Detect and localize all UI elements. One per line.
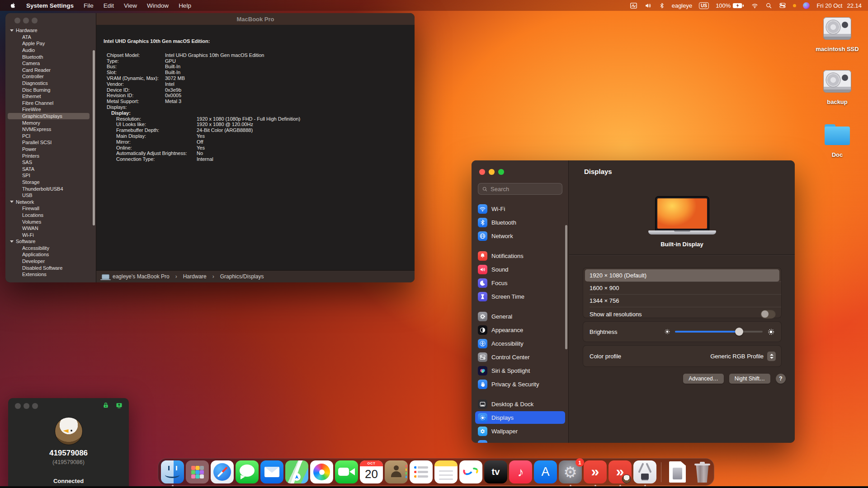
settings-sidebar-item[interactable]: General bbox=[472, 310, 569, 323]
settings-sidebar-item[interactable]: Screen Time bbox=[472, 290, 569, 303]
tree-item[interactable]: Ethernet bbox=[5, 93, 96, 100]
breadcrumb-graphics-displays[interactable]: Graphics/Displays bbox=[220, 273, 264, 280]
apple-logo-icon[interactable] bbox=[10, 2, 16, 9]
settings-sidebar-item[interactable]: Sound bbox=[472, 263, 569, 276]
settings-sidebar-item[interactable]: Appearance bbox=[472, 323, 569, 337]
dock-system-settings-icon[interactable]: ⚙ 1 bbox=[559, 460, 582, 483]
breadcrumb-computer[interactable]: eagleye's MacBook Pro bbox=[113, 273, 170, 280]
tree-item[interactable]: Network bbox=[5, 198, 96, 205]
search-input[interactable] bbox=[491, 186, 554, 192]
help-button[interactable]: ? bbox=[776, 374, 786, 384]
tree-item[interactable]: Apple Pay bbox=[5, 40, 96, 47]
resolution-option[interactable]: 1344 × 756 bbox=[583, 295, 781, 307]
dock-trash-icon[interactable] bbox=[691, 460, 714, 483]
settings-sidebar-item[interactable]: Notifications bbox=[472, 249, 569, 263]
dock-mail-icon[interactable] bbox=[260, 460, 283, 483]
tree-item[interactable]: Audio bbox=[5, 47, 96, 54]
tree-item[interactable]: Developer bbox=[5, 258, 96, 265]
tree-item[interactable]: Accessibility bbox=[5, 245, 96, 252]
minimize-icon[interactable] bbox=[23, 18, 29, 23]
settings-sidebar-item[interactable]: Privacy & Security bbox=[472, 377, 569, 391]
dock-system-information-icon[interactable] bbox=[633, 460, 656, 483]
menu-view[interactable]: View bbox=[124, 2, 137, 9]
tree-item[interactable]: Applications bbox=[5, 251, 96, 258]
desktop-icon-backup[interactable]: backup bbox=[810, 68, 864, 105]
settings-sidebar-item[interactable]: Displays bbox=[472, 411, 569, 424]
tree-item[interactable]: WWAN bbox=[5, 225, 96, 232]
tree-item[interactable]: Hardware bbox=[5, 27, 96, 34]
settings-sidebar-item[interactable]: Siri & Spotlight bbox=[472, 364, 569, 377]
dock-messages-icon[interactable] bbox=[236, 460, 259, 483]
settings-sidebar-item[interactable]: Bluetooth bbox=[472, 216, 569, 229]
settings-sidebar-item[interactable]: Control Center bbox=[472, 350, 569, 364]
tree-item[interactable]: NVMExpress bbox=[5, 126, 96, 133]
dock-reminders-icon[interactable] bbox=[410, 460, 433, 483]
tree-item[interactable]: Printers bbox=[5, 152, 96, 159]
tree-item[interactable]: Extensions bbox=[5, 271, 96, 278]
volume-icon[interactable] bbox=[644, 2, 652, 9]
settings-search-field[interactable] bbox=[478, 183, 562, 195]
color-profile-stepper[interactable] bbox=[767, 352, 776, 361]
minimize-icon[interactable] bbox=[24, 403, 29, 409]
zoom-icon[interactable] bbox=[32, 403, 38, 409]
tree-item[interactable]: Parallel SCSI bbox=[5, 139, 96, 146]
tree-item[interactable]: Power bbox=[5, 146, 96, 153]
desktop-icon-macintosh-ssd[interactable]: macintosh SSD bbox=[810, 15, 864, 52]
dock-safari-icon[interactable] bbox=[211, 460, 234, 483]
minimize-icon[interactable] bbox=[489, 169, 495, 175]
menu-edit[interactable]: Edit bbox=[104, 2, 114, 9]
siri-icon[interactable] bbox=[803, 2, 810, 9]
settings-sidebar-item[interactable]: Wallpaper bbox=[472, 424, 569, 438]
tree-item[interactable]: Thunderbolt/USB4 bbox=[5, 185, 96, 192]
tree-item[interactable]: ATA bbox=[5, 34, 96, 41]
dock-music-icon[interactable]: ♪ bbox=[509, 460, 532, 483]
dock-anydesk-session-icon[interactable]: » bbox=[609, 460, 632, 483]
sidebar-scrollbar[interactable] bbox=[93, 50, 95, 225]
menu-bar-username[interactable]: eagleye bbox=[672, 2, 693, 9]
tree-item[interactable]: SPI bbox=[5, 172, 96, 179]
zoom-icon[interactable] bbox=[498, 169, 504, 175]
tree-item[interactable]: Disabled Software bbox=[5, 264, 96, 271]
screen-share-icon[interactable] bbox=[115, 402, 123, 409]
menu-help[interactable]: Help bbox=[179, 2, 191, 9]
tree-item[interactable]: Software bbox=[5, 238, 96, 245]
dock-notes-icon[interactable] bbox=[434, 460, 458, 483]
advanced-button[interactable]: Advanced… bbox=[683, 374, 723, 384]
desktop-icon-doc-folder[interactable]: Doc bbox=[810, 121, 864, 158]
bluetooth-icon[interactable] bbox=[659, 2, 665, 9]
tree-item[interactable]: Graphics/Displays bbox=[5, 113, 96, 120]
tree-item[interactable]: Firewall bbox=[5, 205, 96, 212]
dock-calendar-icon[interactable]: OCT 20 bbox=[360, 460, 383, 483]
battery-indicator[interactable]: 100% bbox=[716, 2, 744, 9]
tree-item[interactable]: Wi-Fi bbox=[5, 231, 96, 238]
menu-file[interactable]: File bbox=[84, 2, 94, 9]
show-all-resolutions-toggle[interactable] bbox=[760, 310, 776, 319]
zoom-icon[interactable] bbox=[32, 18, 38, 23]
dock-facetime-icon[interactable] bbox=[335, 460, 358, 483]
settings-sidebar-item[interactable]: Wi-Fi bbox=[472, 202, 569, 216]
breadcrumb-hardware[interactable]: Hardware bbox=[183, 273, 207, 280]
tree-item[interactable]: Memory bbox=[5, 119, 96, 126]
night-shift-button[interactable]: Night Shift… bbox=[729, 374, 770, 384]
wifi-status-icon[interactable] bbox=[751, 2, 759, 9]
dock-finder-icon[interactable] bbox=[161, 460, 184, 483]
dock-launchpad-icon[interactable] bbox=[186, 460, 209, 483]
tree-item[interactable]: FireWire bbox=[5, 106, 96, 113]
close-icon[interactable] bbox=[479, 169, 485, 175]
menu-window[interactable]: Window bbox=[147, 2, 169, 9]
active-app-name[interactable]: System Settings bbox=[26, 2, 74, 9]
control-center-icon[interactable] bbox=[779, 2, 786, 9]
dock-anydesk-icon[interactable]: » bbox=[584, 460, 607, 483]
menu-bar-clock[interactable]: Fri 20 Oct 22.14 bbox=[816, 2, 862, 9]
tree-item[interactable]: Disc Burning bbox=[5, 86, 96, 93]
tree-item[interactable]: SAS bbox=[5, 159, 96, 166]
slider-knob[interactable] bbox=[735, 328, 743, 336]
dock-photos-icon[interactable] bbox=[310, 460, 333, 483]
settings-sidebar-item[interactable] bbox=[472, 438, 569, 443]
tree-item[interactable]: SATA bbox=[5, 165, 96, 172]
close-icon[interactable] bbox=[14, 18, 20, 23]
dock-app-store-icon[interactable]: A bbox=[534, 460, 557, 483]
close-icon[interactable] bbox=[15, 403, 21, 409]
spotlight-search-icon[interactable] bbox=[765, 2, 772, 9]
dock-maps-icon[interactable] bbox=[285, 460, 308, 483]
